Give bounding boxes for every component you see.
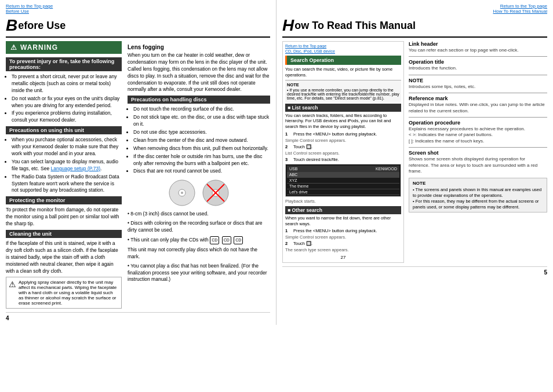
return-top-link-left[interactable]: Return to the Top page [6,3,53,9]
disc-image-1 [168,178,197,207]
list-search-body: You can search tracks, folders, and file… [285,113,401,130]
section2-header: Precautions on using this unit [6,126,122,134]
step-num-a2: 2 [285,241,291,246]
op-proc-note2: [ ]: Indicates the name of touch keys. [409,138,547,144]
list-item: Clean from the center of the disc and mo… [133,137,270,144]
return-top-link-right[interactable]: Return to the Top page [500,3,547,9]
right-col: Lens fogging When you turn on the car he… [128,41,270,309]
cd-mark-1: CD [210,236,219,244]
section1-header: To prevent injury or fire, take the foll… [6,57,122,71]
playback-starts: Playback starts. [285,199,401,204]
precautions-disc-header: Precautions on handling discs [128,96,270,104]
cd-disc-link[interactable]: CD, Disc, iPod, USB device [285,49,335,53]
left-top-nav: Return to the Top page Before Use [6,3,270,14]
note-sidebar-title: NOTE [409,78,547,83]
list-item: Discs that are not round cannot be used. [133,168,270,175]
section4-header: Cleaning the unit [6,230,122,238]
preview-page-num: 27 [285,255,401,260]
op-title-title: Operation title [409,59,547,65]
search-operation-box: Search Operation [285,56,401,65]
list-item: Do not touch the recording surface of th… [133,106,270,113]
svg-point-2 [181,192,183,194]
disc-images [128,178,270,207]
right-title-rest: ow To Read This Manual [294,20,416,32]
right-page-number-bar: 5 [282,266,547,276]
disc-note2: • Discs with coloring on the recording s… [128,220,270,234]
step-a2-result: The search type screen appears. [285,247,401,252]
left-page-number-bar: 4 [6,312,270,321]
kenwood-item-1: ABC [287,172,399,178]
search-body: You can search the music, video, or pict… [285,67,401,78]
list-search-header: ■ List search [285,104,401,112]
cd-mark-3: CD [234,236,243,244]
step2-result: List Control screen appears. [285,151,401,156]
note-title: NOTE [287,82,399,87]
section3-header: Protecting the monitor [6,196,122,204]
step1-result: Simple Control screen appears. [285,138,401,143]
disc-bullets-list: Do not touch the recording surface of th… [128,106,270,175]
caution-icon: ⚠ [9,280,16,306]
before-use-link[interactable]: Before Use [6,9,29,14]
step-3-text: Touch desired track/file. [293,157,339,162]
list-item: If the disc center hole or outside rim h… [133,153,270,167]
step-2: 2 Touch 🔲. [285,144,401,149]
step-num-1: 1 [285,131,291,137]
cd-mark-2: CD [222,236,231,244]
left-two-col: ⚠ WARNING To prevent injury or fire, tak… [6,41,270,309]
left-col: ⚠ WARNING To prevent injury or fire, tak… [6,41,122,309]
section4-body: If the faceplate of this unit is stained… [6,240,122,274]
sidebar-op-title: Operation title Introduces the function. [409,59,547,71]
list-item: You can select language to display menus… [12,159,122,173]
left-page: Return to the Top page Before Use B efor… [0,0,276,325]
list-item: To prevent a short circuit, never put or… [12,74,122,94]
preview-return-link[interactable]: Return to the Top page [285,44,326,48]
manual-sidebar: Link header You can refer each section o… [409,41,547,263]
kenwood-item-4: Let's drive [287,189,399,195]
disc-note1: • 8-cm (3 inch) discs cannot be used. [128,211,270,218]
kenwood-item-3: The theme [287,184,399,189]
sidebar-screenshot: Screen shot Shows some screen shots disp… [409,150,547,174]
op-proc-desc: Explains necessary procedures to achieve… [409,126,547,132]
kenwood-screenshot: USBKENWOOD ABC XYZ The theme Let's drive [285,164,401,197]
disc-note5: • You cannot play a disc that has not be… [128,263,270,284]
right-page-number: 5 [544,269,547,276]
preview-cd-link: CD, Disc, iPod, USB device [285,49,401,53]
step-num-a1: 1 [285,228,291,233]
step-a2-icon: 🔲 [306,241,311,246]
sidebar-note: NOTE Introduces some tips, notes, etc. [409,78,547,90]
warning-icon: ⚠ [10,43,17,52]
lens-fogging-title: Lens fogging [128,44,270,50]
kenwood-header: USBKENWOOD [287,166,399,172]
right-title-big-letter: H [282,16,294,35]
preview-top-link: Return to the Top page [285,44,401,48]
note-box-text: • The screens and panels shown in this m… [413,187,543,210]
caution-text: Applying spray cleaner directly to the u… [19,280,119,306]
step2-icon: 🔲 [306,144,311,149]
manual-preview: Return to the Top page CD, Disc, iPod, U… [282,41,404,263]
language-setup-link[interactable]: Language setup (P.73) [51,166,100,171]
step-a1-text: Press the <MENU> button during playback. [293,228,377,233]
sidebar-ref-mark: Reference mark Displayed in blue notes. … [409,96,547,114]
note-sidebar-desc: Introduces some tips, notes, etc. [409,84,547,90]
step-a2: 2 Touch 🔲. [285,241,401,246]
title-rest: efore Use [18,20,66,32]
step-a2-text: Touch 🔲. [293,241,312,246]
kenwood-item-2: XYZ [287,178,399,184]
warning-box: ⚠ WARNING [6,41,122,54]
step-num-3: 3 [285,157,291,162]
list-item: If you experience problems during instal… [12,110,122,124]
list-item: Do not watch or fix your eyes on the uni… [12,96,122,109]
step-a1-result: Simple Control screen appears. [285,235,401,240]
step-2-text: Touch 🔲. [293,144,312,149]
how-to-read-link[interactable]: How To Read This Manual [493,9,547,14]
op-proc-note1: < >: Indicates the name of panel buttons… [409,132,547,138]
list-item: When removing discs from this unit, pull… [133,145,270,152]
disc-note3: • This unit can only play the CDs with C… [128,236,270,244]
section2-list: When you purchase optional accessories, … [6,137,122,194]
warning-label: WARNING [20,43,58,52]
disc-note4: This unit may not correctly play discs w… [128,247,270,261]
step-1: 1 Press the <MENU> button during playbac… [285,131,401,137]
op-proc-title: Operation procedure [409,120,547,126]
op-title-desc: Introduces the function. [409,65,547,71]
right-top-nav: Return to the Top page How To Read This … [282,3,547,14]
